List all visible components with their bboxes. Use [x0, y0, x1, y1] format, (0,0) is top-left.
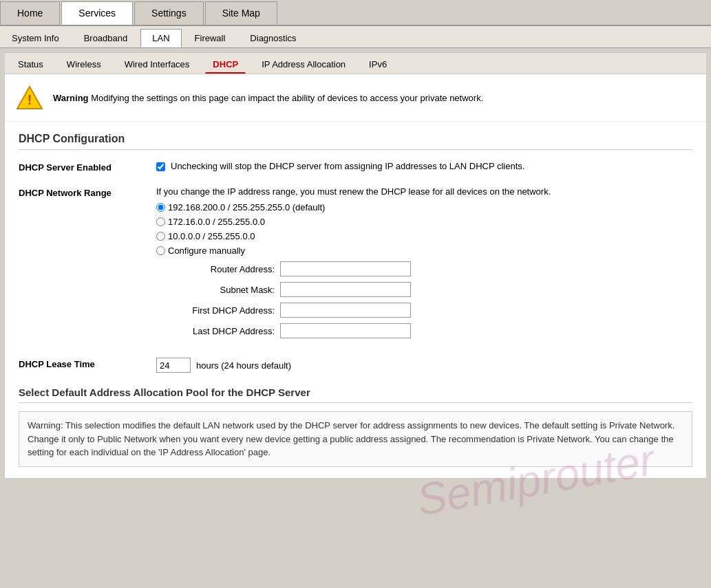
pool-warning: Warning: This selection modifies the def…	[19, 411, 692, 467]
radio-option-1: 172.16.0.0 / 255.255.0.0	[156, 217, 692, 227]
pool-warning-text: Warning: This selection modifies the def…	[28, 420, 675, 457]
subnet-mask-row: Subnet Mask:	[170, 282, 692, 297]
subtab-status[interactable]: Status	[10, 56, 51, 74]
nav-broadband[interactable]: Broadband	[72, 29, 140, 47]
main-content: DHCP Configuration DHCP Server Enabled U…	[5, 122, 706, 478]
subnet-mask-input[interactable]	[280, 282, 411, 297]
radio-option-0: 192.168.200.0 / 255.255.255.0 (default)	[156, 202, 692, 213]
last-dhcp-row: Last DHCP Address:	[170, 323, 692, 338]
radio-manual-label: Configure manually	[168, 246, 245, 256]
radio-option-manual: Configure manually	[156, 246, 692, 256]
dhcp-server-value: Unchecking will stop the DHCP server fro…	[156, 161, 692, 171]
top-nav: Home Services Settings Site Map	[0, 0, 711, 26]
pool-section: Select Default Address Allocation Pool f…	[19, 386, 692, 467]
svg-text:!: !	[28, 92, 32, 107]
warning-label: Warning	[53, 93, 89, 103]
pool-title: Select Default Address Allocation Pool f…	[19, 386, 692, 403]
manual-fields: Router Address: Subnet Mask: First DHCP …	[170, 261, 692, 338]
content-area: Status Wireless Wired Interfaces DHCP IP…	[4, 52, 707, 479]
tab-sitemap[interactable]: Site Map	[205, 1, 277, 25]
tab-services[interactable]: Services	[61, 1, 133, 25]
nav-diagnostics[interactable]: Diagnostics	[238, 29, 308, 47]
subtab-ipalloc[interactable]: IP Address Allocation	[254, 56, 353, 74]
radio-192-label: 192.168.200.0 / 255.255.255.0 (default)	[168, 202, 325, 213]
dhcp-network-range-row: DHCP Network Range If you change the IP …	[19, 186, 692, 344]
dhcp-checkbox-row: Unchecking will stop the DHCP server fro…	[156, 161, 692, 171]
dhcp-server-description: Unchecking will stop the DHCP server fro…	[171, 161, 524, 171]
radio-10-label: 10.0.0.0 / 255.255.0.0	[168, 231, 255, 241]
lease-time-hint: hours (24 hours default)	[196, 360, 291, 371]
last-dhcp-label: Last DHCP Address:	[170, 326, 280, 336]
last-dhcp-input[interactable]	[280, 323, 411, 338]
radio-172[interactable]	[156, 217, 165, 226]
warning-message-text: Modifying the settings on this page can …	[91, 93, 483, 103]
radio-manual[interactable]	[156, 246, 165, 255]
router-address-input[interactable]	[280, 261, 411, 276]
first-dhcp-input[interactable]	[280, 303, 411, 318]
warning-box: ! Warning Modifying the settings on this…	[5, 74, 706, 122]
subtab-ipv6[interactable]: IPv6	[361, 56, 394, 74]
tab-home[interactable]: Home	[0, 1, 60, 25]
first-dhcp-row: First DHCP Address:	[170, 303, 692, 318]
sub-tabs: Status Wireless Wired Interfaces DHCP IP…	[5, 53, 706, 74]
nav-lan[interactable]: LAN	[140, 29, 181, 47]
first-dhcp-label: First DHCP Address:	[170, 305, 280, 316]
dhcp-section-title: DHCP Configuration	[19, 133, 692, 150]
radio-10[interactable]	[156, 232, 165, 241]
lease-time-row: DHCP Lease Time 24 hours (24 hours defau…	[19, 358, 692, 373]
lease-time-value: 24 hours (24 hours default)	[156, 358, 692, 373]
subnet-mask-label: Subnet Mask:	[170, 285, 280, 295]
warning-icon: !	[16, 84, 43, 111]
router-address-row: Router Address:	[170, 261, 692, 276]
dhcp-server-enabled-row: DHCP Server Enabled Unchecking will stop…	[19, 161, 692, 173]
lease-row: 24 hours (24 hours default)	[156, 358, 692, 373]
subtab-dhcp[interactable]: DHCP	[205, 56, 246, 74]
nav-firewall[interactable]: Firewall	[183, 29, 237, 47]
dhcp-range-label: DHCP Network Range	[19, 186, 156, 198]
secondary-nav: System Info Broadband LAN Firewall Diagn…	[0, 26, 711, 48]
subtab-wired[interactable]: Wired Interfaces	[117, 56, 198, 74]
warning-text: Warning Modifying the settings on this p…	[53, 93, 483, 103]
lease-time-input[interactable]: 24	[156, 358, 191, 373]
dhcp-range-value: If you change the IP address range, you …	[156, 186, 692, 344]
nav-sysinfo[interactable]: System Info	[0, 29, 71, 47]
dhcp-range-hint: If you change the IP address range, you …	[156, 186, 692, 197]
radio-172-label: 172.16.0.0 / 255.255.0.0	[168, 217, 265, 227]
tab-settings[interactable]: Settings	[134, 1, 204, 25]
subtab-wireless[interactable]: Wireless	[59, 56, 109, 74]
dhcp-server-checkbox[interactable]	[156, 162, 165, 171]
dhcp-server-label: DHCP Server Enabled	[19, 161, 156, 173]
router-address-label: Router Address:	[170, 264, 280, 274]
lease-time-label: DHCP Lease Time	[19, 358, 156, 369]
radio-192[interactable]	[156, 203, 165, 212]
radio-option-2: 10.0.0.0 / 255.255.0.0	[156, 231, 692, 241]
